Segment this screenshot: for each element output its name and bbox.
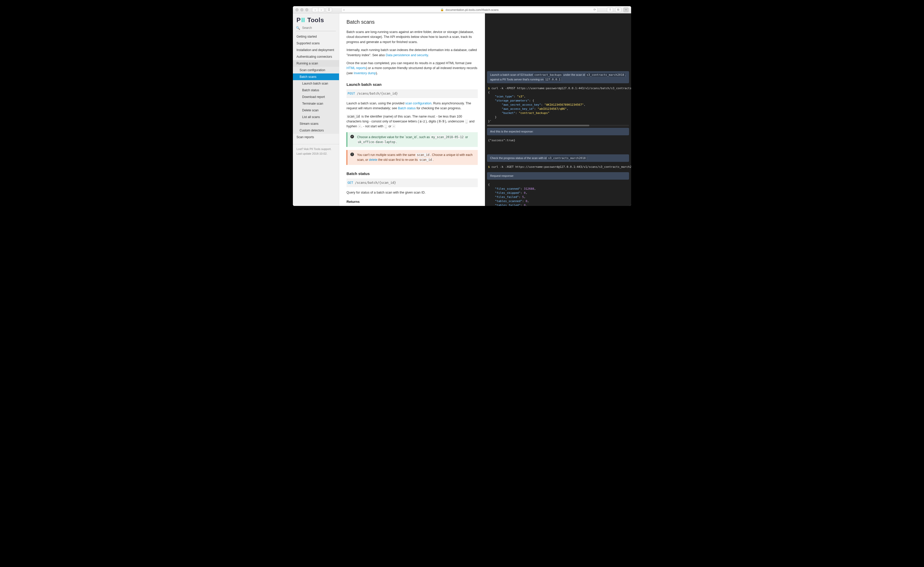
- link-data-persistence[interactable]: Data persistence and security: [386, 53, 428, 57]
- new-tab-button[interactable]: +: [623, 8, 628, 12]
- address-bar[interactable]: ≡ 🔒 documentation.pii-tools.com/#batch-s…: [341, 7, 598, 12]
- sidebar-item-getting-started[interactable]: Getting started: [293, 33, 339, 40]
- status-desc: Query for status of a batch scan with th…: [346, 190, 478, 195]
- window-close-dot[interactable]: [296, 8, 298, 11]
- page-title: Batch scans: [346, 18, 478, 26]
- back-button[interactable]: ‹: [312, 8, 318, 12]
- sidebar-item-scan-configuration[interactable]: Scan configuration: [293, 67, 339, 74]
- sidebar-item-delete-scan[interactable]: Delete scan: [293, 107, 339, 114]
- link-delete[interactable]: delete: [369, 158, 377, 162]
- reload-icon[interactable]: ⟳: [594, 8, 596, 11]
- code-block-3: $ curl -k -XGET https://username:passwor…: [485, 164, 631, 171]
- check-icon: ✓: [350, 135, 354, 138]
- horizontal-scroll[interactable]: [487, 125, 629, 126]
- endpoint-launch: POST /scans/batch/{scan_id}: [346, 89, 478, 98]
- code-block-1: $ curl -k -XPOST https://username:passwo…: [485, 85, 631, 125]
- tabs-button[interactable]: ⧉: [615, 8, 621, 12]
- sidebar-item-batch-status[interactable]: Batch status: [293, 87, 339, 93]
- url-text: documentation.pii-tools.com/#batch-scans: [446, 8, 498, 11]
- heading-status: Batch status: [346, 171, 478, 177]
- browser-toolbar: ‹ › ☰ ≡ 🔒 documentation.pii-tools.com/#b…: [293, 6, 631, 14]
- sidebar-item-list-all-scans[interactable]: List all scans: [293, 114, 339, 120]
- callout-warning: ! You can't run multiple scans with the …: [346, 150, 478, 165]
- logo: PII Tools: [293, 14, 339, 26]
- code-caption-4: Request response:: [487, 172, 629, 180]
- heading-returns: Returns: [346, 199, 478, 205]
- reader-icon[interactable]: ≡: [343, 8, 345, 11]
- heading-launch: Launch batch scan: [346, 81, 478, 87]
- link-inventory-dump[interactable]: Inventory dump: [354, 71, 376, 75]
- sidebar-item-supported-scans[interactable]: Supported scans: [293, 40, 339, 46]
- doc-main: Batch scans Batch scans are long-running…: [339, 14, 485, 206]
- lock-icon: 🔒: [440, 8, 444, 11]
- sidebar-item-terminate-scan[interactable]: Terminate scan: [293, 100, 339, 107]
- launch-desc: Launch a batch scan, using the provided …: [346, 101, 478, 111]
- doc-sidebar: PII Tools 🔍 Getting startedSupported sca…: [293, 14, 339, 206]
- scanid-rules: scan_id is the identifier (name) of this…: [346, 114, 478, 129]
- sidebar-nav: Getting startedSupported scansInstallati…: [293, 33, 339, 206]
- callout-tip: ✓ Choose a descriptive value for the `sc…: [346, 132, 478, 147]
- sidebar-item-stream-scans[interactable]: Stream scans: [293, 120, 339, 127]
- code-block-2: {"success":true}: [485, 137, 631, 144]
- code-block-4: { "files_scanned": 312688, "files_skippe…: [485, 181, 631, 206]
- sidebar-item-installation-and-deployment[interactable]: Installation and deployment: [293, 46, 339, 53]
- window-max-dot[interactable]: [305, 8, 308, 11]
- sidebar-footer: Lost? Ask PII Tools support.Last update …: [293, 147, 339, 156]
- code-caption-1: Launch a batch scan of S3 bucket contrac…: [487, 71, 629, 83]
- sidebar-item-batch-scans[interactable]: Batch scans: [293, 74, 339, 80]
- intro-p1: Batch scans are long-running scans again…: [346, 30, 478, 45]
- search-icon: 🔍: [296, 26, 300, 30]
- window-min-dot[interactable]: [300, 8, 303, 11]
- endpoint-status: GET /scans/batch/{scan_id}: [346, 178, 478, 187]
- sidebar-item-running-a-scan[interactable]: Running a scan: [293, 60, 339, 67]
- link-batch-status[interactable]: Batch status: [398, 106, 416, 110]
- browser-window: ‹ › ☰ ≡ 🔒 documentation.pii-tools.com/#b…: [293, 6, 631, 206]
- forward-button[interactable]: ›: [318, 8, 324, 12]
- sidebar-item-authenticating-connectors[interactable]: Authenticating connectors: [293, 53, 339, 60]
- link-html-reports[interactable]: HTML reports: [346, 66, 366, 70]
- code-column: Launch a batch scan of S3 bucket contrac…: [485, 14, 631, 206]
- code-caption-2: And this is the expected response:: [487, 128, 629, 135]
- search-input[interactable]: [302, 26, 339, 30]
- code-caption-3: Check the progress status of the scan wi…: [487, 154, 629, 162]
- sidebar-item-custom-detectors[interactable]: Custom detectors: [293, 127, 339, 134]
- link-scan-config[interactable]: scan configuration: [405, 102, 431, 105]
- sidebar-toggle-button[interactable]: ☰: [326, 8, 332, 12]
- share-button[interactable]: ⇪: [607, 8, 613, 12]
- sidebar-item-scan-reports[interactable]: Scan reports: [293, 134, 339, 141]
- intro-p2: Internally, each running batch scan inde…: [346, 48, 478, 58]
- sidebar-item-launch-batch-scan[interactable]: Launch batch scan: [293, 80, 339, 87]
- info-icon: !: [350, 153, 354, 156]
- intro-p3: Once the scan has completed, you can req…: [346, 61, 478, 76]
- sidebar-item-download-report[interactable]: Download report: [293, 93, 339, 100]
- sidebar-search[interactable]: 🔍: [296, 26, 336, 31]
